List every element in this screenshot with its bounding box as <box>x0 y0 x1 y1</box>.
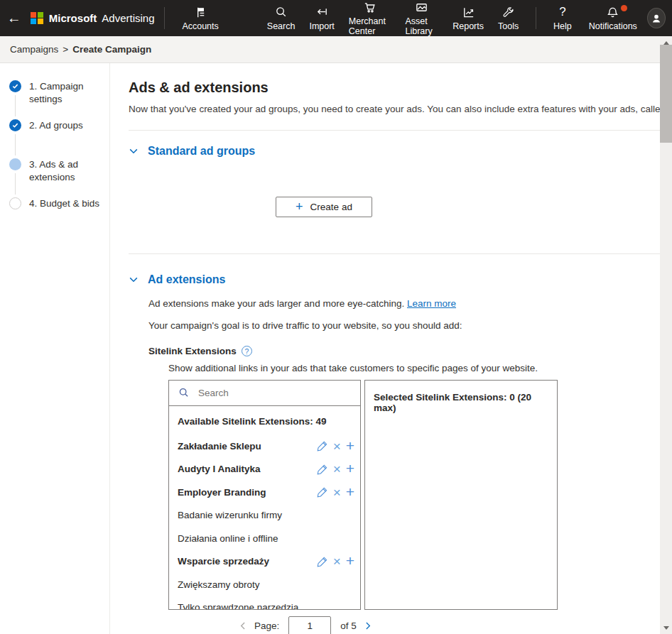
step-campaign-settings[interactable]: 1. Campaign settings <box>9 80 109 119</box>
step-budget-bids[interactable]: 4. Budget & bids <box>9 197 109 224</box>
sitelink-row[interactable]: Zwiększamy obroty × + <box>169 573 360 596</box>
breadcrumb-separator: > <box>63 44 68 55</box>
sitelink-name: Zakładanie Sklepu <box>178 441 317 452</box>
import-icon <box>315 6 329 19</box>
page-of-label: of 5 <box>340 621 357 631</box>
sitelink-description: Show additional links in your ads that t… <box>168 363 660 373</box>
accounts-icon <box>194 6 207 19</box>
sitelink-actions: × + <box>317 486 354 499</box>
add-icon[interactable]: + <box>346 438 354 453</box>
remove-icon[interactable]: × <box>333 554 341 568</box>
page-number-input[interactable] <box>288 616 331 634</box>
help-tooltip-icon[interactable]: ? <box>242 346 252 356</box>
breadcrumb-campaigns[interactable]: Campaigns <box>10 44 58 55</box>
sitelink-row[interactable]: Zakładanie Sklepu × + <box>169 434 360 458</box>
sitelink-name: Employer Branding <box>178 487 317 498</box>
notification-badge <box>621 5 627 11</box>
sitelink-row[interactable]: Wsparcie sprzedaży × + <box>169 550 360 574</box>
nav-item-import[interactable]: Import <box>302 0 341 36</box>
sitelink-row[interactable]: Badanie wizerunku firmy × + <box>169 504 360 528</box>
ad-extensions-header[interactable]: Ad extensions <box>129 273 660 286</box>
search-icon <box>274 6 288 19</box>
edit-icon[interactable] <box>317 464 328 475</box>
nav-item-accounts[interactable]: Accounts <box>172 0 228 36</box>
scrollbar-thumb[interactable] <box>660 45 672 143</box>
remove-icon[interactable]: × <box>333 462 341 476</box>
chart-icon <box>462 6 475 19</box>
person-icon <box>650 12 663 25</box>
prev-page-icon[interactable] <box>239 621 248 630</box>
nav-item-merchant-center[interactable]: Merchant Center <box>342 0 399 36</box>
sitelink-search-box[interactable] <box>168 380 361 406</box>
navbar-divider <box>536 7 536 29</box>
remove-icon[interactable]: × <box>333 486 341 499</box>
sitelink-row[interactable]: Tylko sprawdzone narzędzia × + <box>169 596 360 611</box>
sitelink-name: Zwiększamy obroty <box>178 579 354 590</box>
page-title: Ads & ad extensions <box>129 80 660 96</box>
sitelink-name: Wsparcie sprzedaży <box>178 556 317 567</box>
scroll-down-icon[interactable] <box>660 623 672 633</box>
sitelink-row[interactable]: Audyty I Analityka × + <box>169 458 360 481</box>
sitelink-actions: × + <box>317 462 354 476</box>
nav-item-reports[interactable]: Reports <box>445 0 491 36</box>
step-connector <box>15 134 16 155</box>
step-connector <box>15 173 16 195</box>
page-subtitle: Now that you've created your ad groups, … <box>129 104 660 114</box>
nav-item-asset-library[interactable]: Asset Library <box>398 0 445 36</box>
add-icon[interactable]: + <box>346 553 354 568</box>
step-connector <box>15 95 16 116</box>
sitelink-extensions-title: Sitelink Extensions <box>148 346 237 356</box>
edit-icon[interactable] <box>317 440 328 452</box>
sitelink-name: Badanie wizerunku firmy <box>178 510 354 520</box>
step-ads-ad-extensions[interactable]: 3. Ads & ad extensions <box>9 158 109 197</box>
campaign-goal-text: Your campaign's goal is to drive traffic… <box>148 320 660 331</box>
available-sitelinks-panel: Available Sitelink Extensions: 49 Zakład… <box>168 380 361 610</box>
sitelink-name: Audyty I Analityka <box>178 464 317 474</box>
standard-ad-groups-header[interactable]: Standard ad groups <box>129 145 660 158</box>
sitelink-row[interactable]: Employer Branding × + <box>169 481 360 504</box>
sitelink-row[interactable]: Działania online i offline × + <box>169 527 360 550</box>
selected-count-label: Selected Sitelink Extensions: 0 (20 max) <box>365 381 557 425</box>
add-icon[interactable]: + <box>346 484 354 499</box>
nav-item-tools[interactable]: Tools <box>491 0 526 36</box>
step-current-icon <box>9 158 21 170</box>
nav-item-help[interactable]: ? Help <box>543 0 582 36</box>
selected-sitelinks-panel: Selected Sitelink Extensions: 0 (20 max) <box>364 380 558 610</box>
edit-icon[interactable] <box>317 486 328 498</box>
sitelink-actions: × + <box>317 554 354 568</box>
top-navbar: ← Microsoft Advertising Accounts Search … <box>0 0 672 36</box>
step-ad-groups[interactable]: 2. Ad groups <box>9 119 109 158</box>
ad-extensions-description: Ad extensions make your ads larger and m… <box>148 298 660 309</box>
chevron-down-icon <box>129 146 139 156</box>
nav-item-search[interactable]: Search <box>260 0 303 36</box>
available-sitelinks-list: Available Sitelink Extensions: 49 Zakład… <box>168 406 361 610</box>
next-page-icon[interactable] <box>363 621 372 630</box>
create-ad-button[interactable]: + Create ad <box>276 197 372 217</box>
main-content: Ads & ad extensions Now that you've crea… <box>111 63 660 634</box>
search-icon <box>178 387 190 399</box>
step-complete-icon <box>9 80 21 92</box>
bell-icon <box>606 6 619 19</box>
back-arrow-icon[interactable]: ← <box>0 10 28 26</box>
navbar-divider <box>164 7 165 29</box>
pagination: Page: of 5 <box>239 616 660 634</box>
edit-icon[interactable] <box>317 556 328 567</box>
remove-icon[interactable]: × <box>333 439 341 453</box>
cart-icon <box>363 1 376 14</box>
sitelink-name: Tylko sprawdzone narzędzia <box>178 602 354 610</box>
microsoft-logo-icon <box>31 12 43 25</box>
nav-item-notifications[interactable]: Notifications <box>582 0 644 36</box>
profile-avatar[interactable] <box>647 8 666 28</box>
available-count-label: Available Sitelink Extensions: 49 <box>169 406 360 434</box>
brand[interactable]: Microsoft Advertising <box>31 12 154 25</box>
add-icon[interactable]: + <box>346 461 354 476</box>
help-icon: ? <box>559 5 565 19</box>
breadcrumb: Campaigns > Create Campaign <box>0 36 672 63</box>
vertical-scrollbar[interactable] <box>660 36 672 634</box>
sitelink-actions: × + <box>317 439 354 453</box>
breadcrumb-current: Create Campaign <box>72 44 151 55</box>
sitelink-search-input[interactable] <box>198 388 353 398</box>
learn-more-link[interactable]: Learn more <box>407 298 456 309</box>
plus-icon: + <box>296 200 303 213</box>
step-sidebar: 1. Campaign settings 2. Ad groups 3. Ads… <box>0 63 110 634</box>
